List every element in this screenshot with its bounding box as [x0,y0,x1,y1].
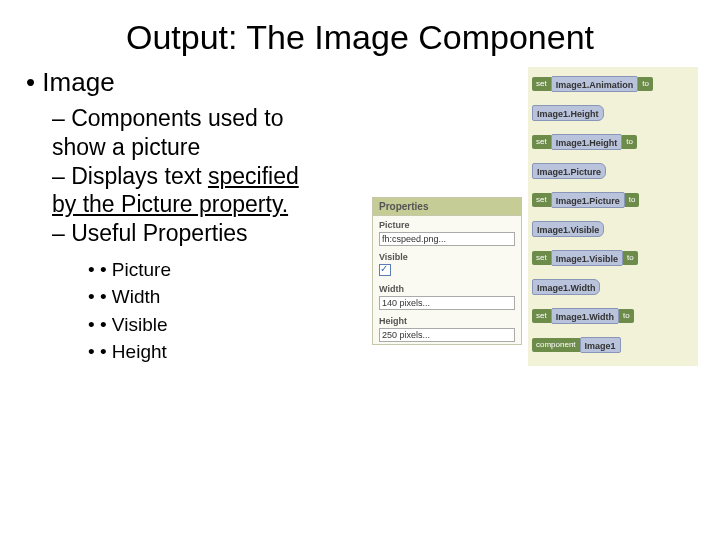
picture-input[interactable] [379,232,515,246]
list-item: • Height [88,338,372,366]
text-column: Image Components used to show a picture … [18,67,372,366]
block-get-height[interactable]: Image1.Height [532,102,694,124]
prop-picture: Picture [373,216,521,248]
properties-list: • Picture • Width • Visible • Height [18,248,372,366]
slide-title: Output: The Image Component [0,0,720,67]
bullet-level-1: Image [18,67,372,98]
width-input[interactable] [379,296,515,310]
prop-visible: Visible [373,248,521,280]
block-set-width[interactable]: set Image1.Width to [532,305,694,327]
sub-bullet-3: Useful Properties [18,219,318,248]
properties-header: Properties [373,198,521,216]
properties-panel-wrapper: Properties Picture Visible Width Height [372,67,522,366]
properties-panel: Properties Picture Visible Width Height [372,197,522,345]
blocks-palette: set Image1.Animation to Image1.Height se… [528,67,698,366]
screenshots-column: Properties Picture Visible Width Height [372,67,702,366]
list-item: • Width [88,283,372,311]
sub-bullet-1: Components used to show a picture [18,104,318,162]
block-set-animation[interactable]: set Image1.Animation to [532,73,694,95]
prop-height: Height [373,312,521,344]
list-item: • Picture [88,256,372,284]
block-get-visible[interactable]: Image1.Visible [532,218,694,240]
content-area: Image Components used to show a picture … [0,67,720,366]
block-get-picture[interactable]: Image1.Picture [532,160,694,182]
block-component[interactable]: component Image1 [532,334,694,356]
visible-checkbox[interactable] [379,264,391,276]
sub-bullet-2: Displays text specified by the Picture p… [18,162,318,220]
prop-width: Width [373,280,521,312]
block-set-picture[interactable]: set Image1.Picture to [532,189,694,211]
block-get-width[interactable]: Image1.Width [532,276,694,298]
list-item: • Visible [88,311,372,339]
block-set-height[interactable]: set Image1.Height to [532,131,694,153]
height-input[interactable] [379,328,515,342]
block-set-visible[interactable]: set Image1.Visible to [532,247,694,269]
